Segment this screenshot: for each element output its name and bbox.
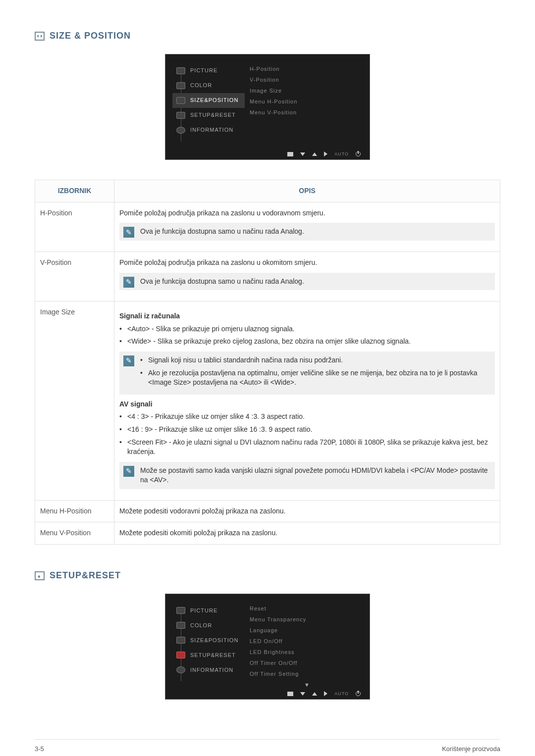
section2-heading: SETUP&RESET [35, 569, 500, 582]
row0-desc-cell: Pomiče položaj područja prikaza na zaslo… [114, 202, 500, 252]
osd-footer-right-icon [324, 151, 327, 156]
osd2-right-led-onoff: LED On/Off [250, 638, 365, 649]
osd2-left-information: INFORMATION [172, 662, 245, 677]
row2-av-note: ✎ Može se postaviti samo kada vanjski ul… [119, 462, 495, 489]
row2-av-heading: AV signali [119, 400, 495, 409]
row2-pc-note-b1: Signali koji nisu u tablici standardnih … [148, 355, 489, 365]
osd-right-image-size: Image Size [250, 87, 365, 98]
row1-note: ✎ Ova je funkcija dostupna samo u načinu… [119, 273, 495, 291]
osd-footer-power-icon [356, 691, 361, 696]
row3-menu: Menu H-Position [35, 500, 114, 522]
osd-size-position: PICTURE COLOR SIZE&POSITION SETUP&RESET … [165, 54, 370, 160]
osd2-right-offtimer-setting: Off Timer Setting [250, 670, 365, 681]
row0-note: ✎ Ova je funkcija dostupna samo u načinu… [119, 223, 495, 241]
page-section-title: Korištenje proizvoda [442, 745, 500, 754]
row1-menu: V-Position [35, 252, 114, 301]
osd2-left-picture: PICTURE [172, 603, 245, 618]
row2-av-b3: <Screen Fit> - Ako je ulazni signal u DV… [127, 438, 495, 457]
osd-left-picture: PICTURE [172, 63, 245, 78]
osd2-right-offtimer-onoff: Off Timer On/Off [250, 659, 365, 670]
osd-right-h-position: H-Position [250, 65, 365, 76]
row2-pc-b1: <Auto> - Slika se prikazuje pri omjeru u… [127, 324, 495, 334]
page-footer: 3-5 Korištenje proizvoda [35, 739, 500, 754]
row0-menu: H-Position [35, 202, 114, 252]
osd-footer-down-icon [300, 692, 305, 696]
osd-footer-auto: AUTO [334, 151, 349, 157]
osd2-right-menu-transparency: Menu Transparency [250, 616, 365, 627]
setup-reset-icon [35, 571, 45, 580]
page-number: 3-5 [35, 745, 44, 754]
osd2-footer: AUTO [165, 688, 370, 699]
osd2-right-language: Language [250, 627, 365, 638]
size-position-icon [35, 32, 45, 41]
osd-footer-up-icon [312, 152, 317, 156]
note-icon: ✎ [123, 466, 134, 477]
row2-menu: Image Size [35, 302, 114, 501]
osd-footer-right-icon [324, 691, 327, 696]
th-desc: OPIS [114, 180, 500, 202]
row4-desc: Možete podesiti okomiti položaj prikaza … [114, 522, 500, 545]
osd-left-color: COLOR [172, 78, 245, 93]
row0-desc: Pomiče položaj područja prikaza na zaslo… [119, 208, 495, 218]
osd2-right-more-icon: ▼ [250, 681, 365, 689]
osd-footer-auto: AUTO [334, 691, 349, 697]
section2-title: SETUP&RESET [50, 569, 121, 582]
menu-description-table: IZBORNIK OPIS H-Position Pomiče položaj … [35, 180, 500, 545]
row1-desc-cell: Pomiče položaj područja prikaza na zaslo… [114, 252, 500, 301]
th-menu: IZBORNIK [35, 180, 114, 202]
osd-footer-up-icon [312, 692, 317, 696]
osd2-right-led-brightness: LED Brightness [250, 649, 365, 659]
row2-av-b2: <16 : 9> - Prikazuje slike uz omjer slik… [127, 425, 495, 435]
row2-av-b1: <4 : 3> - Prikazuje slike uz omjer slike… [127, 412, 495, 422]
osd-left-setupreset: SETUP&RESET [172, 108, 245, 123]
osd-left-sizeposition: SIZE&POSITION [172, 93, 245, 108]
note-icon: ✎ [123, 227, 134, 238]
row2-pc-b2: <Wide> - Slika se prikazuje preko cijelo… [127, 337, 495, 347]
row3-desc: Možete podesiti vodoravni položaj prikaz… [114, 500, 500, 522]
osd-footer-rect-icon [287, 152, 293, 156]
row2-pc-heading: Signali iz računala [119, 311, 495, 321]
note-icon: ✎ [123, 277, 134, 288]
osd-left-information: INFORMATION [172, 123, 245, 138]
osd2-left-setupreset: SETUP&RESET [172, 648, 245, 662]
row4-menu: Menu V-Position [35, 522, 114, 545]
osd2-left-sizeposition: SIZE&POSITION [172, 633, 245, 648]
row2-pc-note: ✎ Signali koji nisu u tablici standardni… [119, 352, 495, 395]
osd-footer-power-icon [356, 151, 361, 156]
row2-pc-note-b2: Ako je rezolucija postavljena na optimal… [148, 368, 489, 388]
osd-right-menu-v-position: Menu V-Position [250, 109, 365, 120]
osd-footer-rect-icon [287, 692, 293, 696]
row2-desc-cell: Signali iz računala <Auto> - Slika se pr… [114, 302, 500, 501]
osd-setup-reset: PICTURE COLOR SIZE&POSITION SETUP&RESET … [165, 594, 370, 700]
osd2-left-color: COLOR [172, 618, 245, 633]
osd2-right-reset: Reset [250, 605, 365, 616]
section1-title: SIZE & POSITION [50, 30, 131, 42]
osd1-footer: AUTO [165, 149, 370, 159]
osd-right-v-position: V-Position [250, 76, 365, 87]
note-icon: ✎ [123, 355, 134, 366]
section1-heading: SIZE & POSITION [35, 30, 500, 42]
row1-desc: Pomiče položaj područja prikaza na zaslo… [119, 258, 495, 268]
osd-footer-down-icon [300, 152, 305, 156]
osd-right-menu-h-position: Menu H-Position [250, 98, 365, 109]
